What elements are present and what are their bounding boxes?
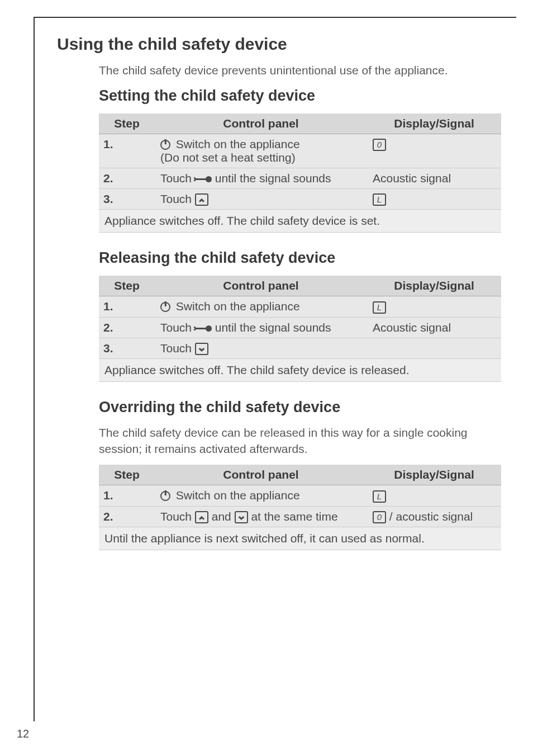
section-overriding-heading: Overriding the child safety device bbox=[99, 399, 494, 416]
display-cell: L bbox=[367, 296, 501, 317]
power-icon bbox=[160, 140, 170, 150]
display-cell: 0 / acoustic signal bbox=[367, 506, 501, 527]
control-text-post: at the same time bbox=[248, 510, 338, 523]
control-text-post: until the signal sounds bbox=[212, 172, 331, 185]
table-header-step: Step bbox=[99, 465, 155, 485]
power-icon bbox=[160, 302, 170, 312]
control-text-pre: Touch bbox=[160, 321, 195, 334]
control-text-pre: Touch bbox=[160, 510, 195, 523]
display-box-icon: L bbox=[373, 301, 386, 314]
power-icon bbox=[160, 491, 170, 501]
control-text: Switch on the appliance bbox=[173, 138, 300, 150]
overriding-subtext: The child safety device can be released … bbox=[99, 425, 494, 457]
step-number: 2. bbox=[99, 317, 155, 338]
step-number: 2. bbox=[99, 506, 155, 527]
display-cell: 0 bbox=[367, 134, 501, 168]
lock-key-icon bbox=[195, 174, 212, 184]
table-footer-text: Appliance switches off. The child safety… bbox=[99, 359, 501, 382]
table-row: 2. Touch until the signal sounds Acousti… bbox=[99, 168, 501, 189]
chevron-down-icon bbox=[195, 343, 208, 355]
overriding-table: Step Control panel Display/Signal 1. Swi… bbox=[99, 465, 501, 550]
step-number: 3. bbox=[99, 338, 155, 358]
releasing-table: Step Control panel Display/Signal 1. Swi… bbox=[99, 276, 501, 382]
display-cell: Acoustic signal bbox=[367, 168, 501, 189]
table-header-step: Step bbox=[99, 276, 155, 296]
chevron-down-icon bbox=[235, 511, 248, 523]
chevron-up-icon bbox=[195, 511, 208, 523]
display-box-icon: 0 bbox=[373, 511, 386, 523]
table-header-display: Display/Signal bbox=[367, 276, 501, 296]
setting-table: Step Control panel Display/Signal 1. Swi… bbox=[99, 114, 501, 233]
section-setting-heading: Setting the child safety device bbox=[99, 87, 494, 105]
table-header-control: Control panel bbox=[155, 276, 367, 296]
table-footer-text: Until the appliance is next switched off… bbox=[99, 527, 501, 550]
control-cell: Switch on the appliance bbox=[155, 485, 367, 506]
table-row: 1. Switch on the appliance (Do not set a… bbox=[99, 134, 501, 168]
control-text-mid: and bbox=[208, 510, 235, 523]
table-header-display: Display/Signal bbox=[367, 465, 501, 485]
step-number: 1. bbox=[99, 296, 155, 317]
table-footer-row: Until the appliance is next switched off… bbox=[99, 527, 501, 550]
table-footer-row: Appliance switches off. The child safety… bbox=[99, 359, 501, 382]
control-text-post: until the signal sounds bbox=[212, 321, 331, 334]
step-number: 1. bbox=[99, 485, 155, 506]
intro-text: The child safety device prevents uninten… bbox=[99, 64, 494, 77]
table-header-control: Control panel bbox=[155, 465, 367, 485]
control-cell: Touch until the signal sounds bbox=[155, 168, 367, 189]
table-row: 3. Touch L bbox=[99, 189, 501, 210]
display-cell: L bbox=[367, 485, 501, 506]
table-header-display: Display/Signal bbox=[367, 114, 501, 134]
control-cell: Switch on the appliance bbox=[155, 296, 367, 317]
control-text-pre: Touch bbox=[160, 192, 195, 205]
table-row: 3. Touch bbox=[99, 338, 501, 358]
table-footer-text: Appliance switches off. The child safety… bbox=[99, 210, 501, 233]
table-row: 2. Touch and at the same time 0 / acoust… bbox=[99, 506, 501, 527]
control-cell: Switch on the appliance (Do not set a he… bbox=[155, 134, 367, 168]
page-number: 12 bbox=[17, 727, 29, 740]
control-text-line2: (Do not set a heat setting) bbox=[160, 151, 296, 164]
table-footer-row: Appliance switches off. The child safety… bbox=[99, 210, 501, 233]
display-text-post: / acoustic signal bbox=[386, 510, 473, 523]
page-title: Using the child safety device bbox=[57, 35, 494, 54]
display-cell: L bbox=[367, 189, 501, 210]
display-box-icon: 0 bbox=[373, 139, 386, 151]
control-cell: Touch and at the same time bbox=[155, 506, 367, 527]
control-cell: Touch until the signal sounds bbox=[155, 317, 367, 338]
step-number: 3. bbox=[99, 189, 155, 210]
control-text: Switch on the appliance bbox=[173, 300, 300, 313]
table-header-step: Step bbox=[99, 114, 155, 134]
control-cell: Touch bbox=[155, 189, 367, 210]
table-row: 1. Switch on the appliance L bbox=[99, 485, 501, 506]
table-row: 1. Switch on the appliance L bbox=[99, 296, 501, 317]
control-text: Switch on the appliance bbox=[173, 489, 300, 502]
display-box-icon: L bbox=[373, 490, 386, 503]
chevron-up-icon bbox=[195, 193, 208, 206]
display-cell bbox=[367, 338, 501, 358]
table-row: 2. Touch until the signal sounds Acousti… bbox=[99, 317, 501, 338]
control-cell: Touch bbox=[155, 338, 367, 358]
control-text-pre: Touch bbox=[160, 342, 195, 355]
lock-key-icon bbox=[195, 323, 212, 333]
step-number: 1. bbox=[99, 134, 155, 168]
display-cell: Acoustic signal bbox=[367, 317, 501, 338]
control-text-pre: Touch bbox=[160, 172, 195, 185]
table-header-control: Control panel bbox=[155, 114, 367, 134]
step-number: 2. bbox=[99, 168, 155, 189]
display-box-icon: L bbox=[373, 193, 386, 206]
section-releasing-heading: Releasing the child safety device bbox=[99, 249, 494, 267]
